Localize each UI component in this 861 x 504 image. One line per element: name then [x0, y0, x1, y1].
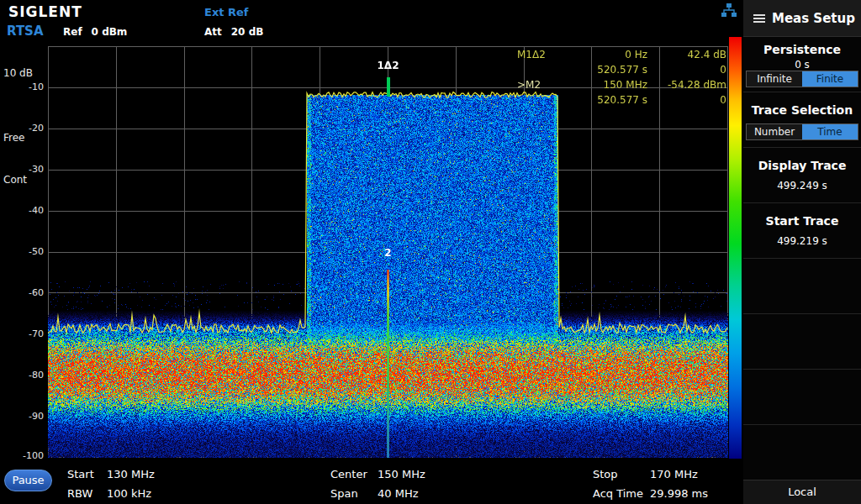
ref-label: Ref	[63, 26, 82, 38]
center-label: Center	[330, 468, 378, 480]
brand-logo: SIGLENT	[8, 3, 82, 20]
menu-cell-empty	[743, 425, 861, 480]
marker-row-amp: 42.4 dB	[647, 47, 726, 62]
start-trace-value: 499.219 s	[743, 235, 861, 247]
ext-ref-status: Ext Ref	[204, 6, 249, 18]
rbw: RBW 100 kHz	[67, 484, 155, 503]
att-label: Att	[204, 26, 222, 38]
y-axis-label: -10	[29, 81, 44, 92]
persistence-toggle: Infinite Finite	[746, 71, 858, 87]
marker-row-amp: -54.28 dBm	[647, 77, 726, 92]
marker-row-label	[517, 62, 559, 77]
pause-button[interactable]: Pause	[4, 470, 52, 491]
start-trace-title: Start Trace	[743, 203, 861, 228]
start-freq: Start 130 MHz	[67, 465, 155, 484]
menu-cell-empty	[743, 259, 861, 314]
menu-cell-empty	[743, 370, 861, 425]
local-button[interactable]: Local	[743, 480, 861, 504]
menu-header: Meas Setup	[743, 0, 861, 37]
marker-readout-table: M1Δ2 0 Hz 42.4 dB 520.577 s 0 >M2 150 MH…	[517, 47, 726, 108]
marker-row-freq: 520.577 s	[559, 62, 647, 77]
center-freq: Center 150 MHz	[330, 465, 425, 484]
center-value: 150 MHz	[378, 468, 425, 480]
menu-title: Meas Setup	[772, 11, 855, 26]
marker-readout-row: M1Δ2 0 Hz 42.4 dB	[517, 47, 726, 62]
amplitude-colorbar	[729, 37, 742, 459]
marker-row-amp: 0	[647, 62, 726, 77]
marker-diamond-icon	[387, 77, 390, 97]
y-axis-label: -100	[23, 450, 44, 461]
toggle-option-finite[interactable]: Finite	[802, 71, 858, 87]
marker-2-label: 2	[384, 247, 391, 259]
softkey-menu: Meas Setup Persistence 0 s Infinite Fini…	[743, 0, 861, 504]
trace-selection-toggle: Number Time	[746, 123, 858, 140]
acq-time-label: Acq Time	[593, 487, 650, 500]
acq-time-value: 29.998 ms	[650, 487, 708, 500]
menu-item-start-trace[interactable]: Start Trace 499.219 s	[743, 203, 861, 259]
mode-label: RTSA	[7, 24, 44, 39]
stop-label: Stop	[593, 468, 650, 480]
display-trace-title: Display Trace	[743, 148, 861, 172]
menu-item-persistence[interactable]: Persistence 0 s Infinite Finite	[743, 37, 861, 92]
marker-1-delta-2[interactable]: 1Δ2	[378, 60, 399, 95]
menu-item-display-trace[interactable]: Display Trace 499.249 s	[743, 148, 861, 203]
toggle-option-time[interactable]: Time	[802, 124, 858, 139]
att-value: 20 dB	[231, 26, 264, 38]
toggle-option-number[interactable]: Number	[747, 124, 802, 139]
marker-readout-row: >M2 150 MHz -54.28 dBm	[517, 77, 726, 92]
start-label: Start	[67, 468, 107, 480]
y-axis: -10 -20 -30 -40 -50 -60 -70 -80 -90 -100	[13, 46, 45, 458]
rtsa-screen: SIGLENT Ext Ref RTSA Ref0 dBm Att20 dB 1…	[0, 0, 861, 504]
marker-row-label: >M2	[517, 77, 559, 92]
y-axis-label: -20	[29, 123, 44, 134]
stop-freq: Stop 170 MHz	[593, 465, 708, 484]
menu-cell-empty	[743, 314, 861, 370]
start-value: 130 MHz	[107, 468, 155, 480]
span-value: 40 MHz	[378, 487, 419, 500]
marker-row-label: M1Δ2	[517, 47, 559, 62]
marker-row-freq: 150 MHz	[559, 77, 647, 92]
y-axis-label: -80	[29, 370, 44, 381]
attenuation-readout: Att20 dB	[204, 26, 263, 38]
footer-col-center: Center 150 MHz Span 40 MHz	[330, 465, 425, 503]
menu-icon	[753, 14, 765, 23]
ref-value: 0 dBm	[92, 26, 128, 38]
ref-level-readout: Ref0 dBm	[63, 26, 127, 38]
footer-col-stop: Stop 170 MHz Acq Time 29.998 ms	[593, 465, 708, 503]
footer-col-start: Start 130 MHz RBW 100 kHz	[67, 465, 155, 503]
marker-1-label: 1Δ2	[378, 60, 399, 71]
display-trace-value: 499.249 s	[743, 180, 861, 192]
marker-row-freq: 520.577 s	[559, 92, 647, 108]
span-label: Span	[330, 487, 378, 500]
y-axis-label: -90	[29, 411, 44, 422]
acq-time: Acq Time 29.998 ms	[593, 484, 708, 503]
stop-value: 170 MHz	[650, 468, 698, 480]
marker-row-amp: 0	[647, 92, 726, 108]
span: Span 40 MHz	[330, 484, 425, 503]
rbw-label: RBW	[67, 487, 107, 500]
marker-readout-row: 520.577 s 0	[517, 62, 726, 77]
y-axis-label: -70	[29, 328, 44, 339]
persistence-title: Persistence	[743, 37, 861, 56]
menu-item-trace-selection[interactable]: Trace Selection Number Time	[743, 92, 861, 148]
marker-row-freq: 0 Hz	[559, 47, 647, 62]
y-axis-label: -50	[29, 246, 44, 257]
y-axis-label: -30	[29, 164, 44, 175]
y-axis-label: -40	[29, 205, 44, 216]
marker-row-label	[517, 92, 559, 108]
persistence-value: 0 s	[743, 59, 861, 71]
marker-readout-row: 520.577 s 0	[517, 92, 726, 108]
toggle-option-infinite[interactable]: Infinite	[747, 71, 802, 87]
rbw-value: 100 kHz	[107, 487, 151, 500]
y-axis-label: -60	[29, 287, 44, 298]
trace-selection-title: Trace Selection	[743, 92, 861, 117]
network-icon	[721, 3, 737, 18]
